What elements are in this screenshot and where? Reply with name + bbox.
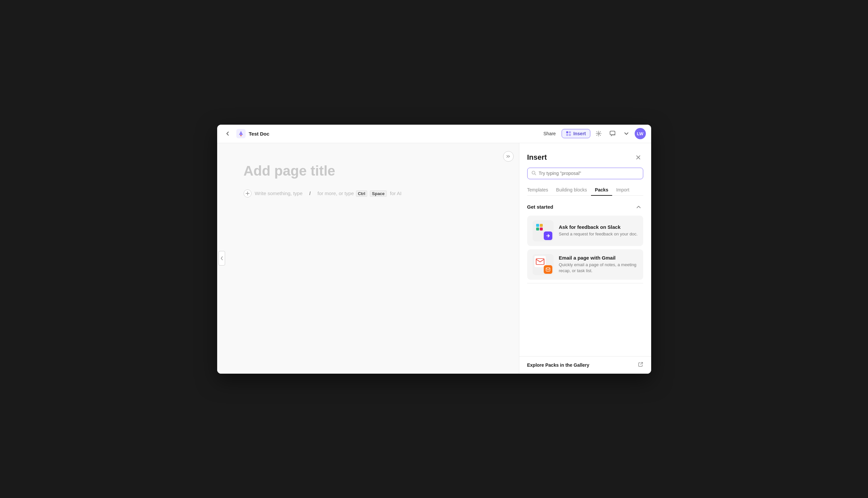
ctrl-key: Ctrl xyxy=(356,191,367,197)
section-title-get-started: Get started xyxy=(527,204,553,210)
panel-divider xyxy=(527,283,643,284)
svg-rect-10 xyxy=(536,227,539,231)
dropdown-button[interactable] xyxy=(621,128,632,139)
explore-packs-footer[interactable]: Explore Packs in the Gallery xyxy=(519,356,651,374)
svg-rect-12 xyxy=(540,227,543,231)
editor-content: Add page title Write something, type / f… xyxy=(217,143,519,211)
gmail-pack-name: Email a page with Gmail xyxy=(559,255,638,261)
svg-rect-14 xyxy=(546,268,550,271)
panel-content: Get started xyxy=(519,196,651,356)
gmail-envelope-badge xyxy=(544,265,552,274)
pack-card-gmail[interactable]: Email a page with Gmail Quickly email a … xyxy=(527,249,643,280)
slack-pack-desc: Send a request for feedback on your doc. xyxy=(559,231,638,237)
insert-panel: Insert Templates Building xyxy=(519,143,651,374)
svg-rect-2 xyxy=(566,131,568,133)
editor-area: Add page title Write something, type / f… xyxy=(217,143,519,374)
tab-templates[interactable]: Templates xyxy=(527,184,552,196)
plus-icon xyxy=(245,192,250,195)
comment-button[interactable] xyxy=(607,128,618,139)
tab-import[interactable]: Import xyxy=(612,184,633,196)
svg-rect-11 xyxy=(540,224,543,227)
panel-tabs: Templates Building blocks Packs Import xyxy=(527,184,643,196)
svg-rect-5 xyxy=(569,134,571,136)
comment-icon xyxy=(610,131,615,136)
slack-logo xyxy=(534,222,546,234)
external-link-icon xyxy=(638,362,643,368)
chevron-down-icon xyxy=(624,132,628,135)
svg-rect-9 xyxy=(536,224,539,227)
collapse-panel-button[interactable] xyxy=(503,151,514,162)
slack-pack-info: Ask for feedback on Slack Send a request… xyxy=(559,224,638,237)
get-started-header: Get started xyxy=(527,196,643,215)
insert-icon xyxy=(566,131,571,136)
explore-packs-label: Explore Packs in the Gallery xyxy=(527,363,589,368)
gmail-pack-desc: Quickly email a page of notes, a meeting… xyxy=(559,262,638,274)
close-panel-button[interactable] xyxy=(633,153,643,162)
chevrons-right-icon xyxy=(506,154,511,159)
svg-point-6 xyxy=(598,133,599,134)
settings-button[interactable] xyxy=(593,128,604,139)
svg-rect-7 xyxy=(610,131,615,135)
close-icon xyxy=(636,155,641,160)
top-bar-right: Share Insert xyxy=(540,128,645,139)
collapse-section-button[interactable] xyxy=(634,202,643,212)
chevrons-left-icon xyxy=(220,256,224,261)
gmail-icon-composite xyxy=(533,254,554,275)
doc-title: Test Doc xyxy=(249,131,269,136)
gear-icon xyxy=(596,131,602,136)
tab-packs[interactable]: Packs xyxy=(591,184,612,196)
svg-rect-3 xyxy=(569,131,571,133)
search-icon xyxy=(532,171,536,176)
expand-sidebar-button[interactable] xyxy=(218,251,225,265)
chevron-up-icon xyxy=(637,206,641,208)
svg-point-1 xyxy=(240,135,242,136)
slack-pack-name: Ask for feedback on Slack xyxy=(559,224,638,230)
pack-card-slack[interactable]: Ask for feedback on Slack Send a request… xyxy=(527,215,643,246)
avatar[interactable]: LW xyxy=(635,128,646,139)
gmail-pack-info: Email a page with Gmail Quickly email a … xyxy=(559,255,638,274)
space-key: Space xyxy=(370,191,386,197)
app-icon xyxy=(236,128,246,139)
back-button[interactable] xyxy=(223,128,233,139)
panel-header: Insert xyxy=(519,143,651,162)
editor-hint: Write something, type / for more, or typ… xyxy=(244,189,493,197)
insert-button[interactable]: Insert xyxy=(562,129,590,138)
search-input[interactable] xyxy=(539,171,639,176)
main-area: Add page title Write something, type / f… xyxy=(217,143,651,374)
slack-arrow-badge xyxy=(544,232,552,240)
add-block-button[interactable] xyxy=(244,189,252,197)
slack-icon-composite xyxy=(533,220,554,241)
app-window: Test Doc Share Insert xyxy=(217,124,651,374)
search-box xyxy=(527,168,643,179)
svg-rect-4 xyxy=(566,134,568,136)
tab-building-blocks[interactable]: Building blocks xyxy=(552,184,591,196)
panel-title: Insert xyxy=(527,153,547,162)
page-title-placeholder[interactable]: Add page title xyxy=(244,163,493,179)
top-bar: Test Doc Share Insert xyxy=(217,124,651,143)
share-button[interactable]: Share xyxy=(540,129,559,138)
editor-hint-text: Write something, type / for more, or typ… xyxy=(255,191,402,196)
gmail-logo xyxy=(534,256,546,267)
